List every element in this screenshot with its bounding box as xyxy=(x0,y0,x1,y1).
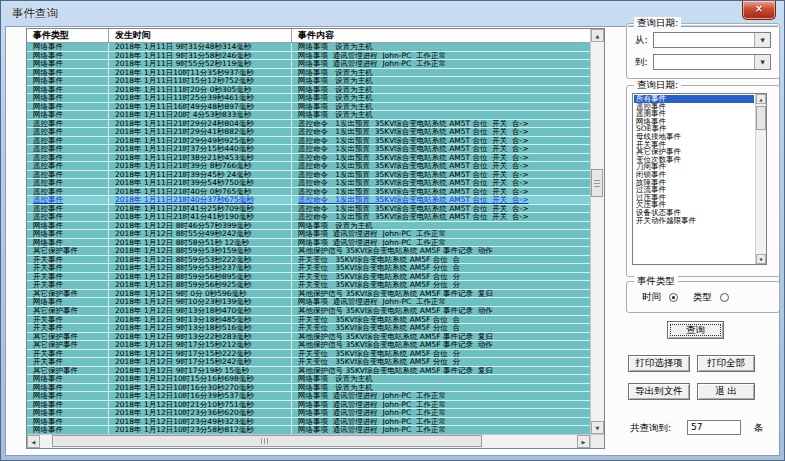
list-item[interactable]: 欠压事件 xyxy=(634,201,754,209)
list-item[interactable]: 遥测事件 xyxy=(634,110,754,118)
table-row[interactable]: 网络事件2018年 1月11日11时20分 0秒305毫秒网络事项 设置为主机 xyxy=(27,86,590,95)
table-row[interactable]: 遥控事件2018年 1月11日21时40分37秒675毫秒遥控命令 1发出预置 … xyxy=(27,196,590,205)
table-row[interactable]: 开关事件2018年 1月12日 8时59分53秒222毫秒开关变位 35KV综合… xyxy=(27,256,590,265)
table-row[interactable]: 遥控事件2018年 1月11日21时29分49秒925毫秒遥控命令 1发出预置 … xyxy=(27,137,590,146)
listbox-scrollbar[interactable]: ▲ ▼ xyxy=(755,94,766,264)
radio-type-label: 类型 xyxy=(693,291,712,304)
table-row[interactable]: 网络事件2018年 1月11日 9时55分52秒119毫秒网络事项 通讯管理进程… xyxy=(27,60,590,69)
cell-time: 2018年 1月12日 9时13分18秒485毫秒 xyxy=(109,316,292,324)
cell-time: 2018年 1月12日 9时13分18秒470毫秒 xyxy=(109,307,292,315)
table-row[interactable]: 遥控事件2018年 1月11日21时39分45秒 24毫秒遥控命令 1发出预置 … xyxy=(27,171,590,180)
table-row[interactable]: 遥控事件2018年 1月11日21时29分24秒804毫秒遥控命令 1发出预置 … xyxy=(27,120,590,129)
table-row[interactable]: 开关事件2018年 1月12日 8时59分56秒925毫秒开关变位 35KV综合… xyxy=(27,281,590,290)
table-row[interactable]: 开关事件2018年 1月12日 9时13分18秒485毫秒开关变位 35KV综合… xyxy=(27,316,590,325)
list-item[interactable]: 过压事件 xyxy=(634,194,754,202)
table-row[interactable]: 开关事件2018年 1月12日 9时17分15秒242毫秒开关变位 35KV综合… xyxy=(27,358,590,367)
scroll-up-icon[interactable]: ▲ xyxy=(591,29,604,42)
list-item[interactable]: 开关事件 xyxy=(634,141,754,149)
horizontal-scrollbar[interactable]: ◀ ▶ xyxy=(27,434,590,448)
list-item[interactable]: 所有事件 xyxy=(634,95,754,103)
table-row[interactable]: 网络事件2018年 1月12日10时16分30秒270毫秒网络事项 设置为主机 xyxy=(27,384,590,393)
cell-type: 遥控事件 xyxy=(27,128,109,136)
listbox-scroll-up-icon[interactable]: ▲ xyxy=(756,94,766,104)
table-row[interactable]: 网络事件2018年 1月12日10时23分36秒620毫秒网络事项 通讯管理进程… xyxy=(27,409,590,418)
table-row[interactable]: 网络事件2018年 1月11日16时49分48秒897毫秒网络事项 设置为主机 xyxy=(27,103,590,112)
event-type-listbox[interactable]: 所有事件遥控事件遥测事件网络事件SOE事件母线接地事件开关事件其它保护事件变位次… xyxy=(632,93,767,265)
from-date-combobox[interactable]: 2018年 1月11日 ▼ xyxy=(653,32,771,48)
table-row[interactable]: 遥控事件2018年 1月11日21时29分41秒882毫秒遥控命令 1发出预置 … xyxy=(27,128,590,137)
table-row[interactable]: 网络事件2018年 1月12日10时23分49秒323毫秒网络事项 通讯管理进程… xyxy=(27,418,590,427)
radio-time[interactable] xyxy=(669,293,678,302)
table-row[interactable]: 开关事件2018年 1月12日 8时59分56秒895毫秒开关变位 35KV综合… xyxy=(27,273,590,282)
table-row[interactable]: 其它保护事件2018年 1月12日 9时17分15秒212毫秒其他保护信号 35… xyxy=(27,341,590,350)
table-row[interactable]: 其它保护事件2018年 1月12日 9时13分22秒283毫秒其他保护信号 35… xyxy=(27,333,590,342)
query-button[interactable]: 查询 xyxy=(667,321,724,339)
cell-time: 2018年 1月11日21时39分45秒 24毫秒 xyxy=(109,171,292,179)
table-row[interactable]: 遥控事件2018年 1月11日21时38分21秒453毫秒遥控命令 1发出预置 … xyxy=(27,154,590,163)
table-row[interactable]: 网络事件2018年 1月12日 8时55分49秒242毫秒网络事项 通讯管理进程… xyxy=(27,230,590,239)
list-item[interactable]: 母线接地事件 xyxy=(634,133,754,141)
event-type-mode-label: 事件类型 xyxy=(634,275,678,288)
table-row[interactable]: 其它保护事件2018年 1月12日 9时17分19秒 15毫秒其他保护信号 35… xyxy=(27,367,590,376)
scroll-down-icon[interactable]: ▼ xyxy=(591,421,604,434)
list-item[interactable]: SOE事件 xyxy=(634,125,754,133)
listbox-scroll-down-icon[interactable]: ▼ xyxy=(756,254,766,264)
table-row[interactable]: 网络事件2018年 1月12日 8时46分57秒399毫秒网络事项 设置为主机 xyxy=(27,222,590,231)
table-row[interactable]: 网络事件2018年 1月12日10时15分16秒698毫秒网络事项 设置为主机 xyxy=(27,375,590,384)
print-all-button[interactable]: 打印全部 xyxy=(697,355,755,372)
list-item[interactable]: 开关动作越限事件 xyxy=(634,217,754,225)
list-item[interactable]: 设备状态事件 xyxy=(634,209,754,217)
table-row[interactable]: 其它保护事件2018年 1月12日 9时 0分 0秒596毫秒其他保护信号 35… xyxy=(27,290,590,299)
vertical-scroll-thumb[interactable] xyxy=(591,169,603,197)
result-count-field[interactable]: 57 xyxy=(687,420,741,435)
table-row[interactable]: 网络事件2018年 1月12日 9时10分23秒139毫秒网络事项 通讯管理进程… xyxy=(27,298,590,307)
list-item[interactable]: 遥控事件 xyxy=(634,103,754,111)
list-item[interactable]: 过流事件 xyxy=(634,186,754,194)
cell-type: 遥控事件 xyxy=(27,179,109,187)
table-row[interactable]: 网络事件2018年 1月11日11时15分12秒752毫秒网络事项 设置为主机 xyxy=(27,77,590,86)
table-row[interactable]: 遥控事件2018年 1月11日21时37分15秒440毫秒遥控命令 1发出预置 … xyxy=(27,145,590,154)
exit-button[interactable]: 退 出 xyxy=(697,383,755,400)
table-row[interactable]: 开关事件2018年 1月12日 8时59分53秒237毫秒开关变位 35KV综合… xyxy=(27,264,590,273)
list-item[interactable]: 刀闸事件 xyxy=(634,163,754,171)
table-row[interactable]: 网络事件2018年 1月11日20时 4分53秒833毫秒网络事项 设置为主机 xyxy=(27,111,590,120)
table-row[interactable]: 遥控事件2018年 1月11日21时40分 0秒765毫秒遥控命令 1发出预置 … xyxy=(27,188,590,197)
listbox-scroll-thumb[interactable] xyxy=(756,106,766,130)
table-row[interactable]: 网络事件2018年 1月11日10时11分35秒937毫秒网络事项 设置为主机 xyxy=(27,69,590,78)
table-row[interactable]: 遥控事件2018年 1月11日21时39分 8秒766毫秒遥控命令 1发出预置 … xyxy=(27,162,590,171)
list-item[interactable]: 故障事件 xyxy=(634,179,754,187)
close-button[interactable]: × xyxy=(742,1,776,20)
to-date-combobox[interactable]: 2018年 1月12日 ▼ xyxy=(653,54,771,70)
to-dropdown-icon[interactable]: ▼ xyxy=(754,55,770,69)
table-row[interactable]: 网络事件2018年 1月12日10时16分39秒537毫秒网络事项 通讯管理进程… xyxy=(27,392,590,401)
vertical-scrollbar[interactable]: ▲ ▼ xyxy=(590,29,604,434)
from-dropdown-icon[interactable]: ▼ xyxy=(754,33,770,47)
radio-type[interactable] xyxy=(720,293,729,302)
table-row[interactable]: 网络事件2018年 1月12日10时23分58秒812毫秒网络事项 通讯管理进程… xyxy=(27,426,590,434)
cell-type: 遥控事件 xyxy=(27,171,109,179)
list-item[interactable]: 其它保护事件 xyxy=(634,148,754,156)
table-row[interactable]: 网络事件2018年 1月11日11时25分39秒461毫秒网络事项 设置为主机 xyxy=(27,94,590,103)
horizontal-scroll-thumb[interactable] xyxy=(52,435,482,447)
cell-content: 遥控命令 1发出预置 35KV综合变电站系统 AM5T 合位 开关 合-> xyxy=(292,205,590,213)
list-item[interactable]: 闭锁事件 xyxy=(634,171,754,179)
print-selected-button[interactable]: 打印选择项 xyxy=(628,355,690,372)
scroll-left-icon[interactable]: ◀ xyxy=(27,435,40,448)
table-row[interactable]: 其它保护事件2018年 1月12日 9时13分18秒470毫秒其他保护信号 35… xyxy=(27,307,590,316)
table-row[interactable]: 开关事件2018年 1月12日 9时17分15秒222毫秒开关变位 35KV综合… xyxy=(27,350,590,359)
scroll-right-icon[interactable]: ▶ xyxy=(577,435,590,448)
table-row[interactable]: 网络事件2018年 1月11日 9时31分48秒314毫秒网络事项 设置为主机 xyxy=(27,43,590,52)
table-row[interactable]: 网络事件2018年 1月12日 8时58分51秒 12毫秒网络事项 通讯管理进程… xyxy=(27,239,590,248)
table-row[interactable]: 网络事件2018年 1月11日 9时31分58秒246毫秒网络事项 通讯管理进程… xyxy=(27,52,590,61)
export-to-file-button[interactable]: 导出到文件 xyxy=(628,383,690,400)
table-row[interactable]: 网络事件2018年 1月12日10时21分10秒751毫秒网络事项 通讯管理进程… xyxy=(27,401,590,410)
table-row[interactable]: 遥控事件2018年 1月11日21时41分25秒709毫秒遥控命令 1发出预置 … xyxy=(27,205,590,214)
table-row[interactable]: 开关事件2018年 1月12日 9时13分18秒516毫秒开关变位 35KV综合… xyxy=(27,324,590,333)
list-item[interactable]: 变位次数事件 xyxy=(634,156,754,164)
table-row[interactable]: 遥控事件2018年 1月11日21时41分41秒190毫秒遥控命令 1发出预置 … xyxy=(27,213,590,222)
cell-time: 2018年 1月12日 9时17分19秒 15毫秒 xyxy=(109,367,292,375)
list-item[interactable]: 网络事件 xyxy=(634,118,754,126)
window-title: 事件查询 xyxy=(12,6,58,21)
table-row[interactable]: 其它保护事件2018年 1月12日 8时59分53秒159毫秒其他保护信号 35… xyxy=(27,247,590,256)
table-row[interactable]: 遥控事件2018年 1月11日21时39分54秒750毫秒遥控命令 1发出预置 … xyxy=(27,179,590,188)
